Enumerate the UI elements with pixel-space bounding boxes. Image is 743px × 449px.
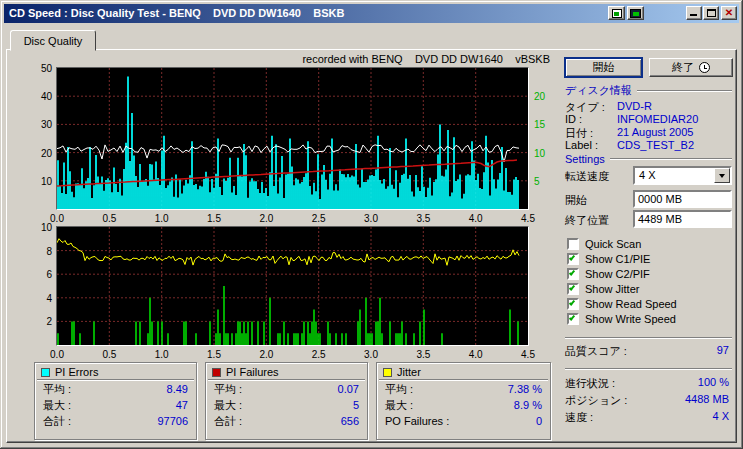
divider — [565, 337, 732, 339]
disc-info-value: INFOMEDIAR20 — [617, 113, 698, 125]
checkbox-show-write-speed[interactable]: Show Write Speed — [567, 313, 735, 327]
exit-button[interactable]: 終了 — [649, 58, 733, 77]
checkbox-show-c1-pie[interactable]: Show C1/PIE — [567, 253, 735, 267]
quality-score-value: 97 — [717, 344, 729, 356]
minimize-button[interactable] — [686, 6, 702, 20]
stat-value: 0 — [536, 415, 542, 427]
stat-row: 平均 :7.38 % — [377, 381, 550, 397]
window-title: CD Speed : Disc Quality Test - BENQ DVD … — [9, 7, 344, 19]
disc-info-row-type: タイプ :DVD-R — [565, 100, 732, 112]
stat-value: 97706 — [157, 415, 188, 427]
y-axis-tick: 10 — [24, 222, 52, 233]
start-position-field[interactable]: 0000 MB — [633, 190, 732, 208]
checkbox-box[interactable] — [567, 238, 579, 250]
stat-row: 合計 :656 — [206, 413, 367, 429]
stat-value: 47 — [176, 399, 188, 411]
checkbox-box[interactable] — [567, 283, 579, 295]
tab-disc-quality[interactable]: Disc Quality — [10, 30, 96, 51]
maximize-button[interactable] — [703, 6, 719, 20]
x-axis-tick: 3.5 — [408, 213, 438, 224]
x-axis-tick: 1.5 — [199, 213, 229, 224]
speed-select[interactable]: 4 X — [633, 166, 732, 185]
settings-header: Settings — [565, 152, 732, 165]
divider — [565, 368, 732, 370]
stat-label: 平均 : — [385, 382, 413, 397]
checkbox-box[interactable] — [567, 253, 579, 265]
stat-row: 最大 :47 — [35, 397, 196, 413]
x-axis-tick: 1.0 — [147, 349, 177, 360]
x-axis-tick: 4.0 — [461, 349, 491, 360]
disc-info-label: Label : — [565, 139, 598, 151]
checkbox-label: Quick Scan — [585, 238, 641, 250]
check-icon — [569, 284, 575, 291]
speed-dropdown-button[interactable] — [714, 168, 730, 183]
stats-panel-header: PI Errors — [35, 363, 196, 379]
stat-value: 656 — [341, 415, 359, 427]
stats-panel-pi-errors: PI Errors平均 :8.49最大 :47合計 :97706 — [34, 362, 197, 440]
stat-row: 最大 :8.9 % — [377, 397, 550, 413]
stats-panel-title: Jitter — [397, 366, 421, 378]
progress-value: 100 % — [698, 376, 729, 388]
checkbox-label: Show Read Speed — [585, 298, 677, 310]
x-axis-tick: 1.5 — [199, 349, 229, 360]
exit-button-label: 終了 — [672, 60, 694, 75]
disc-info-value: DVD-R — [617, 100, 652, 112]
checkbox-show-read-speed[interactable]: Show Read Speed — [567, 298, 735, 312]
disc-info-label: ID : — [565, 113, 582, 125]
x-axis-tick: 4.5 — [513, 349, 543, 360]
position-row: ポジション : 4488 MB — [565, 393, 732, 406]
pi-errors-chart — [56, 67, 529, 210]
checkbox-show-c2-pif[interactable]: Show C2/PIF — [567, 268, 735, 282]
checkbox-box[interactable] — [567, 298, 579, 310]
stat-label: 合計 : — [43, 414, 71, 429]
checkbox-show-jitter[interactable]: Show Jitter — [567, 283, 735, 297]
x-axis-tick: 3.0 — [356, 213, 386, 224]
stat-label: 最大 : — [43, 398, 71, 413]
disc-info-header-label: ディスク情報 — [565, 83, 632, 98]
y-axis-tick: 6 — [24, 269, 52, 280]
disc-info-header: ディスク情報 — [565, 84, 732, 97]
checkbox-label: Show Jitter — [585, 283, 639, 295]
control-panel: 開始 終了 ディスク情報 タイプ :DVD-RID :INFOMEDIAR20日… — [560, 56, 737, 441]
close-button[interactable]: ✕ — [721, 6, 737, 20]
pi-errors-chart-canvas — [57, 68, 528, 209]
settings-header-label: Settings — [565, 153, 605, 165]
pif-jitter-chart-canvas — [57, 227, 528, 345]
x-axis-tick: 2.0 — [251, 213, 281, 224]
start-position-label: 開始 — [565, 193, 587, 208]
y-axis-tick: 8 — [24, 246, 52, 257]
titlebar[interactable]: CD Speed : Disc Quality Test - BENQ DVD … — [4, 4, 739, 23]
stat-row: 合計 :97706 — [35, 413, 196, 429]
checkbox-label: Show C2/PIF — [585, 268, 650, 280]
stat-label: 平均 : — [43, 382, 71, 397]
stat-row: 平均 :0.07 — [206, 381, 367, 397]
stat-value: 0.07 — [338, 383, 359, 395]
end-position-field[interactable]: 4489 MB — [633, 210, 732, 228]
pif-jitter-chart — [56, 226, 529, 346]
checkbox-quick-scan[interactable]: Quick Scan — [567, 238, 735, 252]
titlebar-extra-icon-1[interactable] — [608, 6, 625, 20]
pi-failures-color-swatch — [212, 368, 221, 377]
app-window: CD Speed : Disc Quality Test - BENQ DVD … — [0, 0, 743, 449]
stats-panel-header: PI Failures — [206, 363, 367, 379]
speed-row: 速度 : 4 X — [565, 410, 732, 423]
disc-info-value: 21 August 2005 — [617, 126, 693, 138]
x-axis-tick: 4.5 — [513, 213, 543, 224]
check-icon — [569, 254, 575, 261]
maximize-icon — [707, 9, 716, 17]
check-icon — [569, 299, 575, 306]
stat-label: 平均 : — [214, 382, 242, 397]
minimize-icon — [690, 14, 697, 16]
titlebar-extra-icon-2[interactable] — [627, 6, 644, 20]
start-button[interactable]: 開始 — [565, 58, 642, 77]
checkbox-box[interactable] — [567, 313, 579, 325]
end-position-label: 終了位置 — [565, 213, 609, 228]
y-axis-tick: 50 — [24, 63, 52, 74]
stats-panel-jitter: Jitter平均 :7.38 %最大 :8.9 %PO Failures :0 — [376, 362, 551, 440]
stat-label: 最大 : — [385, 398, 413, 413]
stat-row: 平均 :8.49 — [35, 381, 196, 397]
checkbox-box[interactable] — [567, 268, 579, 280]
recorded-with-label: recorded with BENQ DVD DD DW1640 vBSKB — [260, 53, 550, 65]
speed-label: 速度 : — [565, 410, 593, 425]
screen-icon — [630, 9, 641, 18]
